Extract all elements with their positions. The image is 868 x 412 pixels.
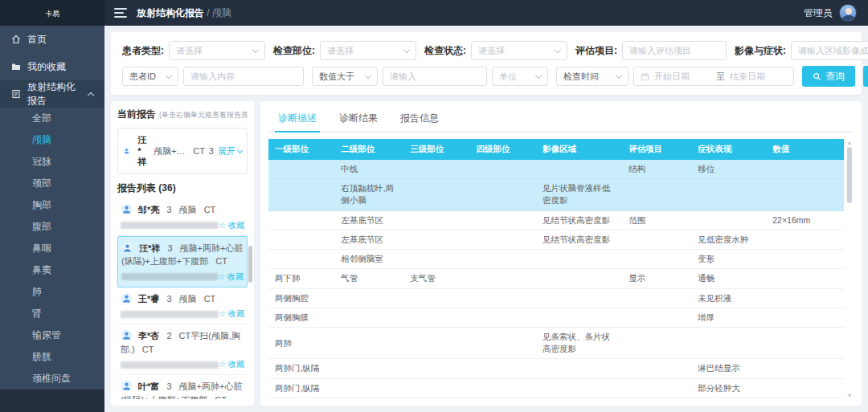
sidebar-subitem[interactable]: 颈部 [0, 173, 104, 194]
table-cell[interactable] [470, 210, 536, 230]
table-cell[interactable] [766, 378, 844, 398]
sidebar-item-favorites[interactable]: 我的收藏 [0, 53, 104, 80]
sidebar-item-home[interactable]: 首页 [0, 26, 104, 53]
table-cell[interactable]: 14*10mm [766, 398, 844, 399]
table-cell[interactable] [536, 378, 622, 398]
table-cell[interactable] [403, 250, 469, 269]
table-cell[interactable]: 见结节状高密度影 [536, 210, 622, 230]
table-cell[interactable] [691, 398, 766, 399]
diagnosis-tab[interactable]: 诊断描述 [268, 106, 326, 132]
table-cell[interactable] [766, 250, 844, 269]
collapse-menu-icon[interactable] [114, 8, 127, 18]
favorite-link[interactable]: ☆ 收藏 [219, 359, 244, 370]
table-cell[interactable] [766, 230, 844, 249]
table-cell[interactable]: 两侧胸腔 [268, 288, 334, 308]
table-cell[interactable] [470, 398, 536, 399]
table-cell[interactable] [766, 359, 844, 378]
table-cell[interactable] [536, 359, 622, 378]
table-cell[interactable] [622, 308, 691, 327]
diagnosis-tab[interactable]: 报告信息 [391, 106, 448, 132]
table-cell[interactable] [622, 378, 691, 398]
sidebar-subitem[interactable]: 腹部 [0, 216, 104, 238]
report-list-item[interactable]: 李*杏 2 CT平扫(颅脑,胸部.) CT ☆ 收藏 [117, 324, 248, 375]
table-cell[interactable] [622, 230, 691, 249]
table-cell[interactable] [403, 288, 469, 308]
table-scrollbar[interactable]: ▲ ▼ [845, 139, 854, 399]
table-cell[interactable]: 两肺门,纵隔 [268, 359, 334, 378]
sidebar-subitem[interactable]: 肺 [0, 281, 104, 303]
table-cell[interactable] [470, 308, 536, 327]
sidebar-subitem[interactable]: 肾 [0, 303, 104, 324]
table-cell[interactable]: 左基底节区 [334, 230, 403, 249]
sidebar-subitem[interactable]: 膀胱 [0, 346, 104, 368]
table-cell[interactable] [268, 250, 334, 269]
table-cell[interactable] [766, 327, 844, 358]
scroll-down-icon[interactable]: ▼ [847, 393, 853, 398]
table-cell[interactable]: 见低密度水肿 [691, 230, 766, 249]
table-cell[interactable] [766, 160, 844, 179]
table-cell[interactable] [470, 359, 536, 378]
sidebar-subitem[interactable]: 全部 [0, 108, 104, 129]
table-cell[interactable] [536, 160, 622, 179]
filter-select[interactable]: 请选择 [169, 41, 265, 60]
table-cell[interactable] [334, 359, 403, 378]
sidebar-subitem[interactable]: 冠脉 [0, 151, 104, 173]
current-report-card[interactable]: 汪*祥 颅脑+两肺+心... CT 3 展开 [117, 128, 248, 174]
table-cell[interactable] [691, 210, 766, 230]
table-cell[interactable]: 中线 [334, 160, 403, 179]
table-cell[interactable] [470, 179, 536, 210]
table-cell[interactable]: 淋巴结显示 [691, 359, 766, 378]
patient-id-select[interactable]: 患者ID [122, 67, 178, 86]
table-cell[interactable] [268, 230, 334, 249]
report-list-item[interactable]: 王*睿 3 颅脑 CT ☆ 收藏 [117, 288, 248, 325]
breadcrumb-root[interactable]: 放射结构化报告 [137, 7, 204, 18]
scroll-up-icon[interactable]: ▲ [847, 140, 853, 145]
table-cell[interactable] [536, 269, 622, 288]
sidebar-subitem[interactable]: 颅脑 [0, 129, 104, 151]
table-cell[interactable] [470, 230, 536, 249]
table-cell[interactable] [622, 288, 691, 308]
table-cell[interactable] [403, 398, 469, 399]
table-cell[interactable] [766, 288, 844, 308]
table-cell[interactable] [622, 359, 691, 378]
table-cell[interactable]: 22×16mm [766, 210, 844, 230]
table-cell[interactable] [622, 179, 691, 210]
exam-time-select[interactable]: 检查时间 [556, 67, 628, 86]
user-avatar[interactable] [839, 4, 857, 22]
sidebar-subitem[interactable]: 颈椎间盘 [0, 368, 104, 390]
table-cell[interactable] [334, 308, 403, 327]
patient-id-input[interactable] [190, 71, 297, 81]
table-cell[interactable] [536, 308, 622, 327]
filter-select[interactable]: 请选择 [320, 41, 416, 60]
sidebar-subitem[interactable]: 胸部 [0, 194, 104, 216]
value-compare-select[interactable]: 数值大于 [312, 67, 378, 86]
table-cell[interactable] [403, 179, 469, 210]
table-cell[interactable]: 两下肺 [268, 269, 334, 288]
table-cell[interactable] [403, 210, 469, 230]
table-cell[interactable] [470, 160, 536, 179]
table-cell[interactable] [470, 378, 536, 398]
sidebar-subitem[interactable]: 输尿管 [0, 324, 104, 346]
table-cell[interactable]: 范围 [622, 210, 691, 230]
table-cell[interactable] [334, 378, 403, 398]
table-cell[interactable]: 见结节状高密度影 [536, 230, 622, 249]
table-cell[interactable] [470, 288, 536, 308]
table-cell[interactable]: 气管 [334, 269, 403, 288]
favorite-link[interactable]: ☆ 收藏 [219, 308, 244, 320]
table-cell[interactable] [268, 179, 334, 210]
table-cell[interactable]: 支气管 [403, 269, 469, 288]
unit-select[interactable]: 单位 [492, 67, 548, 86]
table-cell[interactable]: 两肾 [268, 398, 334, 399]
table-cell[interactable] [691, 327, 766, 358]
table-cell[interactable] [470, 327, 536, 358]
filter-select[interactable]: 请选择 [471, 41, 567, 60]
table-cell[interactable]: 两肺门,纵隔 [268, 378, 334, 398]
table-cell[interactable]: 见片状脑脊液样低密度影 [536, 179, 622, 210]
table-cell[interactable] [403, 327, 469, 358]
table-cell[interactable]: 两肺 [268, 327, 334, 358]
table-scrollbar-thumb[interactable] [847, 147, 852, 203]
sidebar-subitem[interactable]: 鼻窦 [0, 259, 104, 281]
filter-text-input[interactable] [629, 46, 719, 55]
table-cell[interactable]: 变形 [691, 250, 766, 269]
table-cell[interactable] [622, 327, 691, 358]
